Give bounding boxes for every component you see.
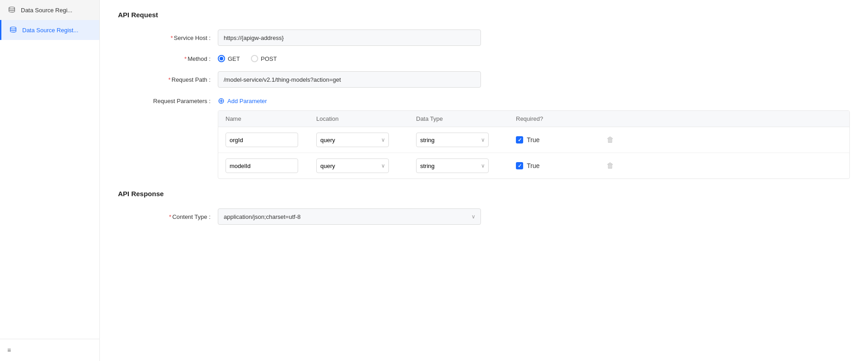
content-type-select[interactable]: application/json;charset=utf-8 text/plai… bbox=[218, 208, 481, 225]
content-type-row: *Content Type : application/json;charset… bbox=[118, 208, 850, 225]
database-icon-1 bbox=[7, 5, 16, 15]
param-location-cell-2: query header path bbox=[316, 158, 416, 173]
col-name: Name bbox=[226, 115, 316, 122]
request-parameters-label: Request Parameters : bbox=[118, 98, 218, 104]
main-content: API Request *Service Host : *Method : GE… bbox=[100, 0, 868, 361]
col-actions bbox=[607, 115, 634, 122]
request-path-required: * bbox=[168, 76, 171, 83]
request-path-label: *Request Path : bbox=[118, 76, 218, 83]
param-name-input-1[interactable] bbox=[226, 133, 298, 147]
service-host-required: * bbox=[171, 35, 173, 41]
param-name-cell-2 bbox=[226, 158, 316, 173]
param-location-select-wrapper-2: query header path bbox=[316, 158, 389, 173]
param-datatype-cell-2: string integer boolean bbox=[416, 158, 516, 173]
param-datatype-select-wrapper-1: string integer boolean bbox=[416, 133, 489, 147]
service-host-label: *Service Host : bbox=[118, 35, 218, 41]
param-name-input-2[interactable] bbox=[226, 158, 298, 173]
plus-icon: ⊕ bbox=[218, 97, 225, 105]
api-response-title: API Response bbox=[118, 190, 850, 198]
request-parameters-row: Request Parameters : ⊕ Add Parameter bbox=[118, 97, 850, 105]
param-location-cell-1: query header path bbox=[316, 133, 416, 147]
parameters-table: Name Location Data Type Required? query … bbox=[218, 110, 850, 179]
sidebar-item-label-1: Data Source Regi... bbox=[21, 7, 72, 14]
param-required-checkbox-2[interactable] bbox=[516, 162, 523, 169]
collapse-icon[interactable]: ≡ bbox=[7, 346, 11, 354]
param-datatype-select-wrapper-2: string integer boolean bbox=[416, 158, 489, 173]
sidebar-bottom: ≡ bbox=[0, 339, 99, 361]
post-radio-label: POST bbox=[261, 55, 277, 62]
service-host-input[interactable] bbox=[218, 30, 481, 46]
col-location: Location bbox=[316, 115, 416, 122]
col-data-type: Data Type bbox=[416, 115, 516, 122]
post-radio-circle[interactable] bbox=[251, 55, 258, 62]
method-radio-group: GET POST bbox=[218, 55, 277, 62]
request-path-input[interactable] bbox=[218, 71, 481, 88]
svg-point-0 bbox=[9, 7, 15, 9]
param-datatype-select-1[interactable]: string integer boolean bbox=[416, 133, 489, 147]
param-required-label-2: True bbox=[527, 162, 539, 169]
sidebar-item-data-source-regist[interactable]: Data Source Regist... bbox=[0, 20, 99, 40]
service-host-row: *Service Host : bbox=[118, 30, 850, 46]
col-required: Required? bbox=[516, 115, 607, 122]
content-type-select-wrapper: application/json;charset=utf-8 text/plai… bbox=[218, 208, 481, 225]
param-required-checkbox-1[interactable] bbox=[516, 136, 523, 143]
sidebar: Data Source Regi... Data Source Regist..… bbox=[0, 0, 100, 361]
table-row: query header path string integer boolean bbox=[218, 127, 849, 153]
param-delete-button-1[interactable]: 🗑 bbox=[607, 136, 614, 144]
param-delete-button-2[interactable]: 🗑 bbox=[607, 162, 614, 170]
method-post-option[interactable]: POST bbox=[251, 55, 277, 62]
method-required: * bbox=[184, 55, 186, 62]
database-icon-2 bbox=[9, 25, 18, 35]
param-location-select-1[interactable]: query header path bbox=[316, 133, 389, 147]
params-table-header: Name Location Data Type Required? bbox=[218, 111, 849, 127]
table-row: query header path string integer boolean bbox=[218, 153, 849, 178]
get-radio-label: GET bbox=[228, 55, 240, 62]
param-required-label-1: True bbox=[527, 136, 539, 143]
content-type-label: *Content Type : bbox=[118, 213, 218, 220]
get-radio-circle[interactable] bbox=[218, 55, 225, 62]
param-delete-cell-2: 🗑 bbox=[607, 162, 634, 170]
api-response-section: API Response *Content Type : application… bbox=[118, 190, 850, 225]
param-datatype-cell-1: string integer boolean bbox=[416, 133, 516, 147]
api-request-title: API Request bbox=[118, 11, 850, 19]
param-required-cell-2: True bbox=[516, 162, 607, 169]
svg-point-1 bbox=[10, 27, 16, 29]
param-delete-cell-1: 🗑 bbox=[607, 136, 634, 144]
content-type-required: * bbox=[169, 213, 172, 220]
param-location-select-wrapper-1: query header path bbox=[316, 133, 389, 147]
param-datatype-select-2[interactable]: string integer boolean bbox=[416, 158, 489, 173]
method-label: *Method : bbox=[118, 55, 218, 62]
add-parameter-button[interactable]: ⊕ Add Parameter bbox=[218, 97, 267, 105]
param-name-cell-1 bbox=[226, 133, 316, 147]
param-required-cell-1: True bbox=[516, 136, 607, 143]
method-get-option[interactable]: GET bbox=[218, 55, 240, 62]
method-row: *Method : GET POST bbox=[118, 55, 850, 62]
sidebar-item-label-2: Data Source Regist... bbox=[22, 27, 78, 34]
sidebar-item-data-source-regi[interactable]: Data Source Regi... bbox=[0, 0, 99, 20]
param-location-select-2[interactable]: query header path bbox=[316, 158, 389, 173]
request-path-row: *Request Path : bbox=[118, 71, 850, 88]
add-parameter-label: Add Parameter bbox=[227, 98, 267, 104]
